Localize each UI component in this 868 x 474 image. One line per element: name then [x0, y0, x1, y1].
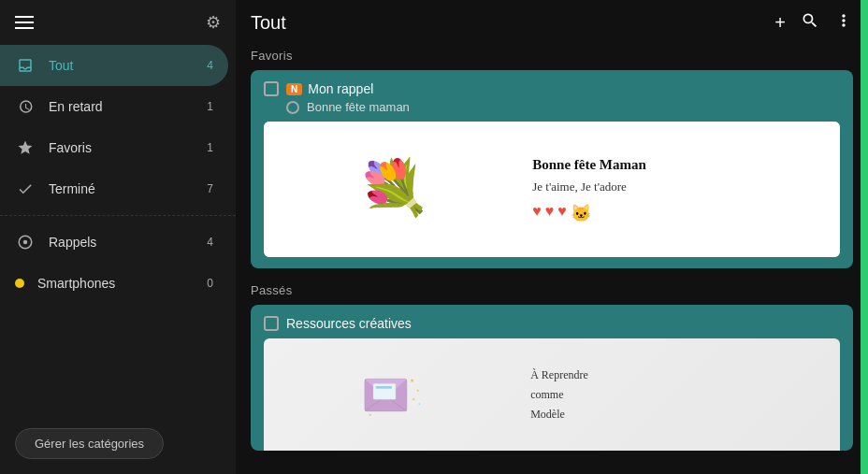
sidebar-header: ⚙ — [0, 0, 236, 45]
sidebar-item-favoris-label: Favoris — [49, 140, 198, 155]
sidebar-item-smartphones[interactable]: Smartphones 0 — [0, 263, 228, 304]
manage-categories-button[interactable]: Gérer les catégories — [15, 428, 164, 459]
reminder-card-mon-rappel[interactable]: N Mon rappel Bonne fête maman 💐 Bonne fê… — [251, 70, 853, 268]
reminder-checkbox[interactable] — [264, 81, 279, 96]
notes-area: À Reprendre comme Modèle — [523, 359, 840, 430]
sidebar-item-termine[interactable]: Terminé 7 — [0, 168, 228, 209]
sidebar-item-termine-label: Terminé — [49, 181, 198, 196]
notes-line3: Modèle — [530, 406, 832, 423]
hamburger-menu-icon[interactable] — [15, 16, 34, 29]
flower-image: 💐 Bonne fête Maman Je t'aime, Je t'adore… — [264, 122, 840, 257]
reminder-title: Mon rappel — [308, 81, 373, 96]
more-options-icon[interactable] — [834, 11, 853, 35]
svg-text:✦: ✦ — [412, 397, 415, 402]
inbox-icon — [15, 57, 36, 74]
reminder-card-ressources[interactable]: Ressources créatives ★ ★ — [251, 305, 853, 451]
rappels-icon — [15, 234, 36, 251]
check-icon — [15, 180, 36, 197]
smartphones-dot — [15, 279, 24, 288]
svg-text:●: ● — [418, 401, 420, 405]
header-actions: + — [774, 11, 853, 35]
sidebar-item-tout-label: Tout — [49, 58, 198, 73]
sub-reminder-text: Bonne fête maman — [307, 100, 410, 114]
sidebar-item-tout-badge: 4 — [198, 59, 213, 72]
sidebar-navigation: Tout 4 En retard 1 Favoris 1 — [0, 45, 236, 417]
sidebar-item-smartphones-badge: 0 — [198, 277, 213, 290]
passes-checkbox[interactable] — [264, 316, 279, 331]
sidebar-item-en-retard-badge: 1 — [198, 100, 213, 113]
image-text-line2: Je t'aime, Je t'adore — [532, 179, 831, 195]
manage-categories-wrap: Gérer les catégories — [0, 417, 236, 474]
page-title: Tout — [251, 12, 286, 34]
svg-text:★: ★ — [416, 388, 420, 393]
reminder-header: N Mon rappel — [264, 81, 840, 96]
sidebar-item-rappels-badge: 4 — [198, 236, 213, 249]
sidebar-item-rappels-label: Rappels — [49, 235, 198, 250]
sub-reminder: Bonne fête maman — [286, 100, 840, 114]
add-icon[interactable]: + — [774, 12, 786, 34]
svg-point-1 — [23, 240, 28, 245]
heart-icon-2: ♥ — [545, 203, 555, 223]
favoris-section-title: Favoris — [251, 49, 853, 63]
sidebar-item-smartphones-label: Smartphones — [37, 276, 198, 291]
notes-line1: À Reprendre — [530, 366, 832, 383]
envelope-area: ★ ★ ✦ ● ★ — [264, 338, 523, 451]
reminder-image: 💐 Bonne fête Maman Je t'aime, Je t'adore… — [264, 122, 840, 257]
sub-reminder-checkbox[interactable] — [286, 101, 299, 114]
passes-section-title: Passés — [251, 283, 853, 297]
sidebar-item-en-retard-label: En retard — [49, 99, 198, 114]
reminder-badge-n: N — [286, 83, 302, 95]
image-text-line1: Bonne fête Maman — [532, 155, 831, 175]
sidebar-item-favoris-badge: 1 — [198, 141, 213, 154]
svg-rect-6 — [373, 383, 396, 399]
envelope-icon: ★ ★ ✦ ● ★ — [361, 369, 427, 421]
content-area: Favoris N Mon rappel Bonne fête maman 💐 … — [236, 49, 868, 466]
search-icon[interactable] — [801, 11, 819, 35]
sidebar-item-termine-badge: 7 — [198, 182, 213, 195]
svg-text:★: ★ — [368, 411, 371, 416]
notes-line2: comme — [530, 386, 832, 403]
cat-icon: 🐱 — [571, 203, 591, 223]
sidebar-item-favoris[interactable]: Favoris 1 — [0, 127, 228, 168]
clock-icon — [15, 98, 36, 115]
sidebar: ⚙ Tout 4 En retard 1 — [0, 0, 236, 474]
flower-left: 💐 — [264, 122, 523, 257]
sidebar-item-rappels[interactable]: Rappels 4 — [0, 222, 228, 263]
flower-text-area: Bonne fête Maman Je t'aime, Je t'adore ♥… — [523, 146, 840, 233]
hearts-area: ♥ ♥ ♥ 🐱 — [532, 203, 831, 223]
star-icon — [15, 139, 36, 156]
sidebar-item-tout[interactable]: Tout 4 — [0, 45, 228, 86]
heart-icon-1: ♥ — [532, 203, 542, 223]
sidebar-item-en-retard[interactable]: En retard 1 — [0, 86, 228, 127]
main-header: Tout + — [236, 0, 868, 45]
main-content: Tout + Favoris N Mon rappel — [236, 0, 868, 474]
tulip-icon: 💐 — [354, 155, 432, 223]
right-edge-bar — [861, 0, 868, 474]
svg-text:★: ★ — [410, 377, 414, 382]
heart-icon-3: ♥ — [557, 203, 567, 223]
passes-reminder-header: Ressources créatives — [264, 316, 840, 331]
passes-image: ★ ★ ✦ ● ★ À Reprendre comme Modèle — [264, 338, 840, 451]
settings-icon[interactable]: ⚙ — [206, 12, 221, 33]
passes-reminder-title: Ressources créatives — [286, 316, 412, 331]
nav-divider — [0, 215, 236, 216]
svg-rect-7 — [375, 385, 391, 388]
